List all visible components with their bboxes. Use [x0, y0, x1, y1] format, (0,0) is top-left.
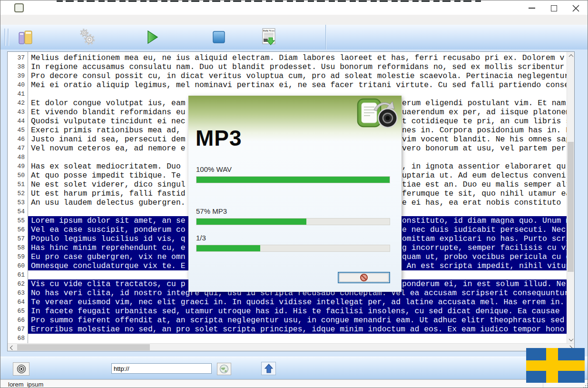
url-input[interactable] — [111, 363, 212, 374]
line-number: 50 — [8, 171, 25, 180]
line-number: 49 — [8, 162, 25, 171]
globe-icon — [219, 364, 229, 374]
line-number: 61 — [8, 270, 25, 279]
flag-cross-horizontal — [526, 360, 585, 371]
editor-line[interactable]: 39Pro decore consul possit cu, in dicat … — [8, 71, 567, 80]
play-button[interactable] — [143, 28, 162, 47]
status-text: lorem_ipsum — [8, 381, 43, 388]
maximize-icon — [551, 5, 557, 11]
app-window: Daily News 37Melius definitionem mea eu,… — [0, 0, 588, 388]
line-number: 55 — [8, 216, 25, 225]
line-text: Mei ei oratio aliquip legimus, mel nomin… — [28, 80, 567, 90]
line-number: 62 — [8, 279, 25, 289]
progress-block: 1/3 — [196, 234, 390, 252]
horizontal-scroll-thumb[interactable] — [17, 344, 150, 350]
go-web-button[interactable] — [217, 363, 231, 375]
toolbar-separator — [325, 25, 326, 50]
line-text — [28, 334, 567, 343]
line-number: 65 — [8, 307, 25, 316]
editor-line[interactable]: 66Pro summo fierent offendit at, an scri… — [8, 316, 567, 325]
app-window-icon — [14, 3, 24, 12]
progress-label: 57% MP3 — [196, 207, 390, 215]
minimize-icon — [529, 8, 535, 9]
text-to-audio-icon — [355, 98, 399, 132]
stop-icon — [212, 30, 225, 44]
progress-fill — [196, 177, 390, 183]
speak-button[interactable] — [13, 362, 29, 376]
menu-strip — [0, 15, 588, 25]
line-number: 48 — [8, 153, 25, 162]
horizontal-scrollbar[interactable] — [8, 343, 574, 351]
line-number: 46 — [8, 135, 25, 144]
line-text: Te verear euismod vim, nec elit graeci i… — [28, 298, 567, 307]
line-text: In facete feugait urbanitas sed, utamur … — [28, 307, 567, 316]
chevron-up-icon — [568, 54, 573, 59]
toolbar-gripper[interactable] — [8, 29, 9, 46]
editor-line[interactable]: 37Melius definitionem mea eu, ne ius ali… — [8, 53, 567, 62]
line-number: 47 — [8, 144, 25, 153]
upload-arrow-icon — [265, 364, 273, 373]
scroll-up-button[interactable] — [567, 52, 575, 60]
progress-fill — [196, 219, 306, 225]
line-number: 58 — [8, 243, 25, 252]
line-number: 64 — [8, 298, 25, 307]
resize-grip[interactable] — [585, 385, 586, 386]
line-number: 40 — [8, 80, 25, 90]
daily-news-icon-label: Daily News — [263, 30, 275, 32]
line-number: 63 — [8, 289, 25, 298]
screen-artifact — [57, 0, 481, 2]
vertical-scroll-thumb[interactable] — [568, 142, 574, 272]
progress-track — [196, 245, 390, 252]
close-button[interactable] — [568, 2, 584, 14]
gutter-separator — [28, 52, 28, 343]
progress-track — [196, 218, 390, 225]
line-number: 43 — [8, 108, 25, 117]
editor-line[interactable]: 64Te verear euismod vim, nec elit graeci… — [8, 298, 567, 307]
line-number: 39 — [8, 71, 25, 80]
editor-line[interactable]: 40Mei ei oratio aliquip legimus, mel nom… — [8, 80, 567, 90]
status-bar: lorem_ipsum — [0, 379, 588, 388]
line-number: 45 — [8, 126, 25, 135]
editor-line[interactable]: 67Erroribus molestiae no sed, an pro sol… — [8, 325, 567, 334]
editor-line[interactable]: 68 — [8, 334, 567, 343]
line-text: Pro decore consul possit cu, in dicat ve… — [28, 71, 567, 80]
settings-button[interactable] — [77, 28, 96, 47]
line-number: 37 — [8, 53, 25, 62]
bottom-toolbar — [0, 357, 588, 379]
progress-block: 57% MP3 — [196, 207, 390, 225]
line-number: 59 — [8, 252, 25, 261]
progress-label: 1/3 — [196, 234, 390, 242]
line-number: 56 — [8, 225, 25, 234]
toolbar-gripper[interactable] — [4, 29, 6, 46]
cancel-prohibition-icon — [360, 273, 368, 282]
minimize-button[interactable] — [524, 2, 540, 14]
line-number: 53 — [8, 198, 25, 207]
gears-icon — [78, 28, 96, 46]
editor-line[interactable]: 38In regione accusamus consulatu nam. Du… — [8, 62, 567, 71]
progress-track — [196, 176, 390, 183]
close-icon — [572, 5, 579, 12]
editor-line[interactable]: 65In facete feugait urbanitas sed, utamu… — [8, 307, 567, 316]
line-text: Erroribus molestiae no sed, an pro solet… — [28, 325, 567, 334]
stop-button[interactable] — [209, 28, 228, 47]
chevron-left-icon — [10, 345, 14, 350]
scroll-left-button[interactable] — [8, 344, 15, 351]
sweden-flag — [526, 348, 585, 383]
daily-news-button[interactable]: Daily News — [259, 28, 278, 47]
scroll-down-button[interactable] — [567, 336, 575, 343]
cancel-button[interactable] — [338, 272, 390, 283]
line-text: Melius definitionem mea eu, ne ius aliqu… — [28, 53, 567, 62]
maximize-button[interactable] — [546, 2, 562, 14]
books-icon — [18, 30, 33, 45]
line-number: 67 — [8, 325, 25, 334]
line-number: 51 — [8, 180, 25, 189]
library-button[interactable] — [16, 28, 35, 47]
progress-label: 100% WAV — [196, 165, 390, 173]
mp3-conversion-dialog: MP3 100% WAV57% MP31/3 — [188, 96, 402, 292]
speaker-icon — [16, 364, 27, 374]
line-number: 38 — [8, 62, 25, 71]
line-number: 52 — [8, 189, 25, 198]
upload-button[interactable] — [261, 362, 276, 375]
line-text: Pro summo fierent offendit at, an script… — [28, 316, 567, 325]
vertical-scrollbar[interactable] — [567, 52, 574, 343]
